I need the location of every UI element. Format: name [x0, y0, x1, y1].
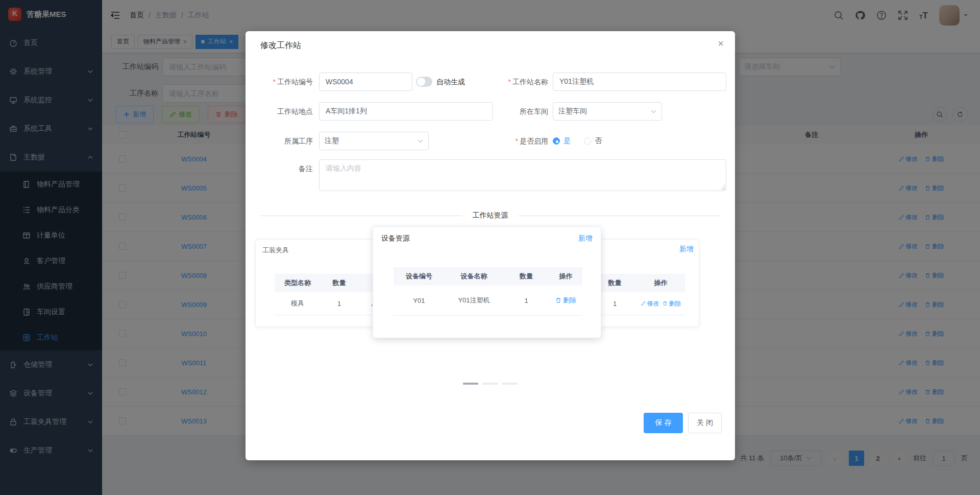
- extra-add-link[interactable]: 新增: [679, 245, 694, 254]
- equipment-table-row: Y01 Y01注塑机 1 删除: [394, 286, 582, 315]
- edit-workstation-modal: 修改工作站 × *工作站编号 自动生成 *工作站名称 工作站地点 所在车间 注塑…: [246, 31, 735, 460]
- code-label: *工作站编号: [246, 73, 313, 91]
- extra-delete-link[interactable]: 删除: [663, 299, 681, 308]
- fixtures-card-title: 工装夹具: [262, 246, 289, 255]
- extra-table-row: 1 修改 删除: [593, 292, 685, 315]
- save-button[interactable]: 保 存: [644, 413, 683, 433]
- location-label: 工作站地点: [246, 102, 313, 121]
- modal-title: 修改工作站: [260, 40, 301, 51]
- close-button[interactable]: 关 闭: [688, 413, 722, 433]
- enabled-label: *是否启用: [481, 132, 548, 150]
- chevron-down-icon: [651, 110, 656, 113]
- enabled-radio-group: 是 否: [553, 132, 602, 150]
- auto-generate-label: 自动生成: [436, 73, 465, 91]
- remark-textarea[interactable]: [319, 159, 726, 191]
- equipment-add-link[interactable]: 新增: [578, 234, 593, 243]
- enabled-no-radio[interactable]: 否: [584, 136, 602, 146]
- workshop-select[interactable]: 注塑车间: [553, 102, 662, 121]
- extra-edit-link[interactable]: 修改: [641, 299, 659, 308]
- extra-table-header: 数量 操作: [593, 274, 685, 292]
- resources-divider: 工作站资源: [260, 211, 720, 220]
- chevron-down-icon: [418, 139, 423, 143]
- carousel-indicator-1[interactable]: [463, 383, 478, 385]
- carousel-indicators: [463, 383, 517, 385]
- remark-label: 备注: [246, 159, 313, 178]
- equipment-card-title: 设备资源: [381, 234, 410, 243]
- radio-icon: [584, 137, 591, 145]
- equipment-delete-link[interactable]: 删除: [555, 296, 576, 305]
- modal-close-icon[interactable]: ×: [718, 38, 724, 49]
- name-label: *工作站名称: [481, 73, 548, 91]
- equipment-resource-card: 设备资源 新增 设备编号 设备名称 数量 操作 Y01 Y01注塑机 1 删除: [373, 226, 601, 338]
- process-label: 所属工序: [246, 132, 313, 150]
- radio-icon: [553, 137, 560, 145]
- enabled-yes-radio[interactable]: 是: [553, 136, 571, 146]
- carousel-indicator-2[interactable]: [482, 383, 498, 385]
- carousel-indicator-3[interactable]: [502, 383, 517, 385]
- process-select[interactable]: 注塑: [319, 132, 429, 150]
- code-input[interactable]: [319, 73, 412, 91]
- workshop-label: 所在车间: [481, 102, 548, 121]
- name-input[interactable]: [553, 73, 726, 91]
- auto-generate-toggle[interactable]: [416, 77, 432, 87]
- location-input[interactable]: [319, 102, 493, 121]
- resources-section-title: 工作站资源: [473, 211, 508, 220]
- equipment-table-header: 设备编号 设备名称 数量 操作: [394, 267, 582, 286]
